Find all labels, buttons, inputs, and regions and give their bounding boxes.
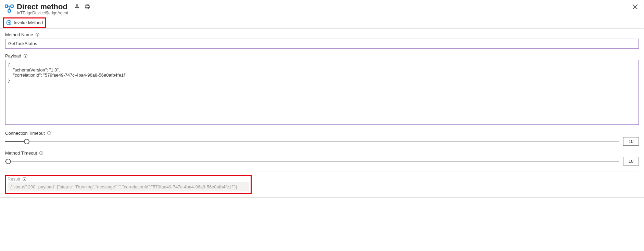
info-icon[interactable] [35, 32, 40, 37]
info-icon[interactable] [23, 54, 28, 58]
divider [5, 172, 639, 172]
print-icon[interactable] [85, 4, 90, 10]
svg-rect-1 [11, 5, 13, 8]
payload-label: Payload [5, 53, 21, 58]
method-name-input[interactable] [5, 39, 639, 49]
result-output: {"status":200,"payload":{"status":"Runni… [8, 182, 249, 191]
info-icon[interactable] [47, 131, 51, 135]
method-timeout-label: Method Timeout [5, 150, 37, 156]
connection-timeout-slider[interactable] [5, 141, 619, 142]
method-timeout-value[interactable]: 10 [623, 157, 639, 166]
info-icon[interactable] [22, 177, 27, 181]
svg-rect-0 [5, 5, 8, 8]
result-section: Result {"status":200,"payload":{"status"… [5, 175, 252, 194]
direct-method-icon [4, 4, 14, 13]
slider-thumb[interactable] [5, 159, 11, 164]
pin-icon[interactable] [74, 4, 80, 10]
toolbar: Invoke Method [0, 17, 644, 29]
slider-thumb[interactable] [24, 139, 29, 144]
page-title: Direct method [17, 2, 67, 11]
close-icon[interactable] [632, 4, 638, 10]
breadcrumb: IoTEdgeDevice/$edgeAgent [17, 11, 90, 15]
invoke-method-label: Invoke Method [14, 20, 43, 25]
svg-rect-2 [8, 10, 11, 12]
invoke-icon [6, 20, 12, 25]
panel-header: Direct method [0, 0, 644, 17]
connection-timeout-value[interactable]: 10 [623, 137, 639, 146]
invoke-method-button[interactable]: Invoke Method [3, 17, 46, 28]
info-icon[interactable] [39, 151, 43, 155]
result-label: Result [8, 176, 20, 182]
method-timeout-slider[interactable] [5, 161, 619, 162]
payload-input[interactable] [5, 60, 639, 125]
connection-timeout-label: Connection Timeout [5, 131, 45, 136]
method-name-label: Method Name [5, 32, 33, 37]
direct-method-panel: Direct method [0, 0, 644, 198]
